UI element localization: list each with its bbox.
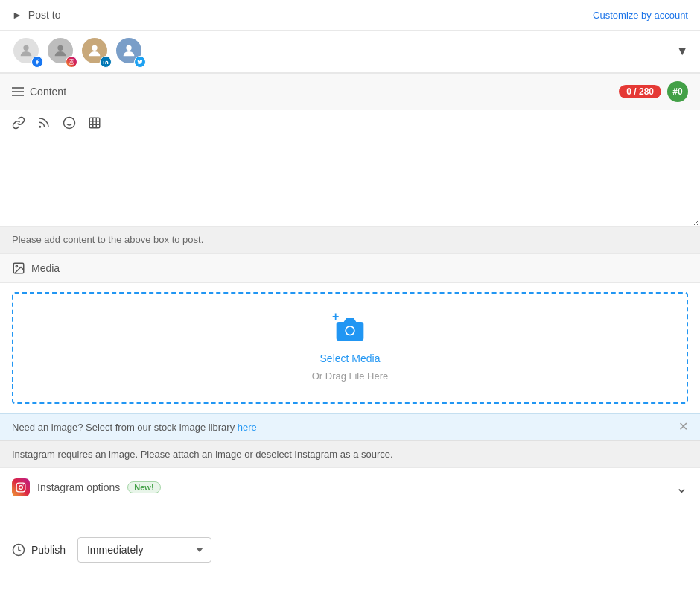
avatar-3[interactable] — [80, 37, 110, 66]
svg-point-0 — [23, 45, 28, 51]
avatar-4[interactable] — [115, 37, 144, 66]
clock-icon — [12, 543, 25, 557]
twitter-badge-4 — [134, 56, 146, 68]
instagram-warning-bar: Instagram requires an image. Please atta… — [0, 440, 700, 467]
avatars-list — [12, 37, 149, 66]
editor-wrapper — [0, 136, 700, 227]
svg-point-7 — [126, 45, 131, 51]
publish-label: Publish — [31, 544, 66, 556]
select-media-link[interactable]: Select Media — [320, 352, 381, 364]
emoji-icon[interactable] — [63, 116, 76, 130]
rss-icon[interactable] — [37, 116, 51, 130]
svg-point-22 — [19, 486, 23, 490]
linkedin-badge-3 — [100, 56, 112, 68]
media-icon-wrapper: + — [335, 314, 365, 346]
avatar-1[interactable] — [12, 37, 42, 66]
publish-row: Publish Immediately Schedule Draft — [0, 525, 700, 574]
customize-by-account-link[interactable]: Customize by account — [593, 10, 688, 21]
media-title-wrapper: Media — [12, 262, 60, 275]
publish-label-wrapper: Publish — [12, 543, 66, 557]
avatars-dropdown-arrow[interactable]: ▼ — [676, 45, 688, 58]
char-count-badge: 0 / 280 — [619, 85, 661, 98]
facebook-badge-1 — [31, 56, 43, 68]
section-badges: 0 / 280 #0 — [619, 81, 688, 102]
camera-icon — [335, 314, 365, 344]
editor-toolbar — [0, 110, 700, 136]
post-to-label: Post to — [28, 9, 61, 21]
svg-point-20 — [346, 327, 354, 335]
svg-point-4 — [73, 60, 74, 61]
svg-point-9 — [64, 118, 75, 129]
avatar-2[interactable] — [46, 37, 76, 66]
svg-point-18 — [16, 265, 17, 267]
content-editor[interactable] — [0, 136, 700, 226]
content-label: Content — [30, 86, 66, 98]
media-dropzone[interactable]: + Select Media Or Drag File Here — [12, 292, 688, 404]
drag-file-text: Or Drag File Here — [312, 370, 389, 382]
svg-point-5 — [92, 45, 97, 51]
media-section-header: Media — [0, 253, 700, 283]
instagram-options-chevron: ⌄ — [675, 478, 688, 496]
stock-image-bar: Need an image? Select from our stock ima… — [0, 413, 700, 440]
stock-image-text: Need an image? Select from our stock ima… — [12, 422, 257, 433]
reorder-icon — [12, 87, 24, 96]
svg-rect-21 — [16, 483, 25, 492]
svg-rect-12 — [89, 118, 100, 128]
instagram-badge-2 — [66, 56, 77, 68]
instagram-warning-text: Instagram requires an image. Please atta… — [12, 449, 393, 460]
stock-image-link[interactable]: here — [238, 422, 257, 433]
svg-point-23 — [23, 484, 24, 485]
svg-rect-2 — [69, 60, 74, 65]
ig-options-left: Instagram options New! — [12, 478, 161, 496]
link-icon[interactable] — [12, 116, 25, 130]
svg-point-1 — [57, 45, 63, 51]
hash-count-badge: #0 — [667, 81, 688, 102]
post-to-row: ► Post to Customize by account — [0, 0, 700, 31]
new-badge: New! — [127, 481, 160, 493]
instagram-icon — [12, 478, 30, 496]
avatars-row: ▼ — [0, 31, 700, 73]
media-image-icon — [12, 262, 25, 275]
content-section-header: Content 0 / 280 #0 — [0, 73, 700, 110]
spacer — [0, 507, 700, 525]
stock-bar-close-button[interactable]: ✕ — [678, 421, 688, 433]
instagram-options-label: Instagram options — [37, 481, 120, 493]
instagram-options-row[interactable]: Instagram options New! ⌄ — [0, 467, 700, 507]
stock-text-label: Need an image? Select from our stock ima… — [12, 422, 235, 433]
media-label: Media — [31, 262, 60, 274]
svg-point-8 — [39, 127, 41, 128]
content-section-title: Content — [12, 86, 66, 98]
send-icon: ► — [12, 9, 22, 21]
content-warning-text: Please add content to the above box to p… — [12, 234, 203, 245]
table-icon[interactable] — [88, 116, 101, 130]
plus-icon: + — [332, 310, 339, 323]
svg-point-3 — [71, 61, 73, 63]
content-warning-bar: Please add content to the above box to p… — [0, 227, 700, 253]
post-to-left: ► Post to — [12, 9, 60, 21]
publish-select[interactable]: Immediately Schedule Draft — [77, 537, 211, 563]
svg-point-6 — [104, 60, 104, 60]
